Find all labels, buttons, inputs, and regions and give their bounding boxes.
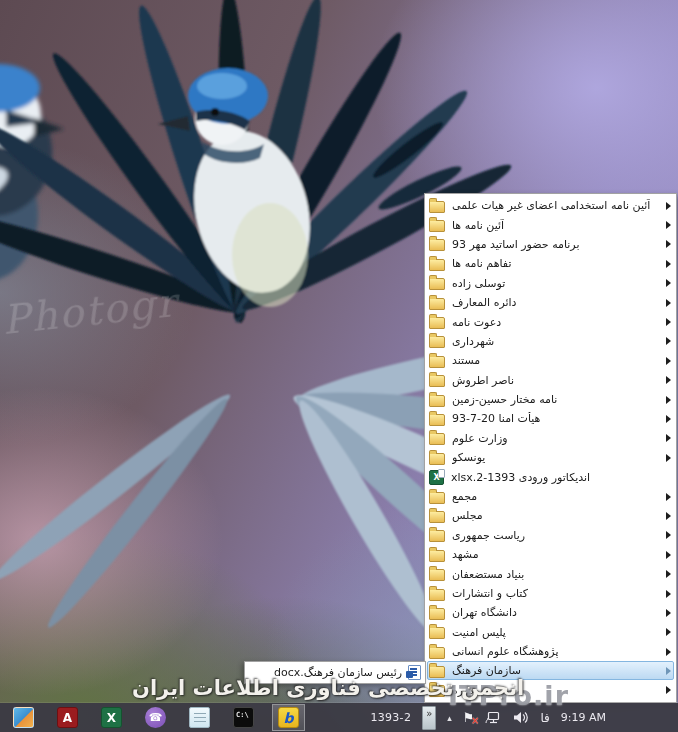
menu-item-label: آئین نامه ها <box>452 219 504 232</box>
menu-item[interactable]: برنامه حضور اساتید مهر 93 <box>425 235 676 254</box>
menu-item-label: دعوت نامه <box>452 316 501 329</box>
menu-item[interactable]: ریاست جمهوری <box>425 526 676 545</box>
flag-error-badge: × <box>471 714 479 727</box>
menu-item-label: سازمان فرهنگ <box>452 664 521 677</box>
menu-item[interactable]: سازمان فرهنگ <box>427 661 674 680</box>
volume-icon[interactable] <box>513 711 529 724</box>
menu-item[interactable]: توسلی زاده <box>425 274 676 293</box>
menu-item-label: دائره المعارف <box>452 296 517 309</box>
menu-item[interactable]: دائره المعارف <box>425 293 676 312</box>
submenu-arrow-icon <box>666 279 671 287</box>
desktop-screen: Photogr آئین نامه استخدامی اعضای غیر هیا… <box>0 0 678 732</box>
menu-item[interactable]: مستند <box>425 351 676 370</box>
menu-item[interactable]: وزارت علوم <box>425 429 676 448</box>
folder-icon <box>429 550 445 562</box>
language-indicator[interactable]: فا <box>540 711 549 725</box>
submenu-arrow-icon <box>666 357 671 365</box>
folder-icon <box>429 414 445 426</box>
submenu-item[interactable]: رئیس سازمان فرهنگ.docx <box>249 665 421 680</box>
menu-item[interactable]: پلیس امنیت <box>425 623 676 642</box>
menu-item[interactable]: تفاهم نامه ها <box>425 254 676 273</box>
active-app-b-icon: b <box>278 707 299 728</box>
folder-icon <box>429 433 445 445</box>
folder-icon <box>429 666 445 678</box>
menu-item[interactable]: Xاندیکاتور ورودی 1393-2.xlsx <box>425 467 676 486</box>
folder-icon <box>429 492 445 504</box>
taskbar-apps: AX☎C:\b <box>0 705 304 730</box>
folder-icon <box>429 298 445 310</box>
submenu-arrow-icon <box>666 434 671 442</box>
folder-icon <box>429 589 445 601</box>
menu-item-label: وزارت علوم <box>452 432 508 445</box>
taskbar-toolbar-label[interactable]: 1393-2 <box>370 711 411 724</box>
network-icon[interactable] <box>485 711 502 725</box>
notes-icon <box>189 707 210 728</box>
taskbar-clock[interactable]: 9:19 AM <box>561 711 606 724</box>
submenu-arrow-icon <box>666 318 671 326</box>
viber-icon: ☎ <box>145 707 166 728</box>
menu-item[interactable]: مجلس <box>425 506 676 525</box>
folder-icon <box>429 395 445 407</box>
acrobat-reader-icon: A <box>57 707 78 728</box>
taskbar-button-command-prompt[interactable]: C:\ <box>233 707 254 728</box>
submenu-arrow-icon <box>666 628 671 636</box>
submenu-arrow-icon <box>666 202 671 210</box>
menu-item[interactable]: مجمع <box>425 487 676 506</box>
menu-item[interactable]: هیأت امنا 20-7-93 <box>425 409 676 428</box>
menu-item[interactable]: پژوهشگاه علوم انسانی <box>425 642 676 661</box>
menu-item[interactable]: شهرداری <box>425 332 676 351</box>
menu-item-label: برنامه حضور اساتید مهر 93 <box>452 238 579 251</box>
taskbar-button-notes[interactable] <box>189 707 210 728</box>
menu-item-label: مستند <box>452 354 480 367</box>
menu-item[interactable]: بنیاد مستضعفان <box>425 564 676 583</box>
menu-item-label: شهرداری <box>452 335 494 348</box>
folder-icon <box>429 336 445 348</box>
menu-item-label: آئین نامه استخدامی اعضای غیر هیات علمی <box>452 199 650 212</box>
folder-icon <box>429 356 445 368</box>
folder-icon <box>429 511 445 523</box>
menu-item-label: دانشگاه تهران <box>452 606 517 619</box>
excel-icon: X <box>429 470 444 485</box>
action-center-flag-icon[interactable]: ⚑ × <box>463 711 475 724</box>
menu-item[interactable]: عمره <box>425 680 676 699</box>
menu-item-label: ناصر اطروش <box>452 374 514 387</box>
taskbar-button-acrobat-reader[interactable]: A <box>57 707 78 728</box>
menu-item[interactable]: دانشگاه تهران <box>425 603 676 622</box>
folder-icon <box>429 627 445 639</box>
submenu-arrow-icon <box>666 240 671 248</box>
menu-item[interactable]: کتاب و انتشارات <box>425 584 676 603</box>
menu-item[interactable]: دعوت نامه <box>425 312 676 331</box>
taskbar-button-start[interactable] <box>13 707 34 728</box>
folder-icon <box>429 259 445 271</box>
taskbar-button-viber[interactable]: ☎ <box>145 707 166 728</box>
menu-item[interactable]: آئین نامه استخدامی اعضای غیر هیات علمی <box>425 196 676 215</box>
menu-item-label: پژوهشگاه علوم انسانی <box>452 645 558 658</box>
taskbar: AX☎C:\b 1393-2 » ▴ ⚑ × <box>0 703 678 732</box>
submenu-arrow-icon <box>666 609 671 617</box>
menu-item[interactable]: نامه مختار حسین-زمین <box>425 390 676 409</box>
menu-item-label: توسلی زاده <box>452 277 505 290</box>
submenu-arrow-icon <box>666 512 671 520</box>
submenu-arrow-icon <box>666 570 671 578</box>
submenu-arrow-icon <box>666 667 671 675</box>
submenu-arrow-icon <box>666 551 671 559</box>
menu-item-label: تفاهم نامه ها <box>452 257 511 270</box>
folder-icon <box>429 685 445 697</box>
menu-item-label: پلیس امنیت <box>452 626 506 639</box>
word-doc-icon <box>408 665 421 680</box>
docx-flyout-menu: رئیس سازمان فرهنگ.docx <box>244 661 426 684</box>
menu-item[interactable]: مشهد <box>425 545 676 564</box>
folder-icon <box>429 239 445 251</box>
taskbar-button-excel[interactable]: X <box>101 707 122 728</box>
menu-item-label: هیأت امنا 20-7-93 <box>452 412 540 425</box>
submenu-item-label: رئیس سازمان فرهنگ.docx <box>274 666 402 679</box>
menu-item[interactable]: ناصر اطروش <box>425 371 676 390</box>
show-hidden-icons-button[interactable]: ▴ <box>447 713 452 723</box>
menu-item-label: مشهد <box>452 548 479 561</box>
menu-item[interactable]: یونسکو <box>425 448 676 467</box>
menu-item-label: اندیکاتور ورودی 1393-2.xlsx <box>451 471 590 484</box>
taskbar-button-active-app-b[interactable]: b <box>273 705 304 730</box>
menu-item[interactable]: آئین نامه ها <box>425 215 676 234</box>
toolbar-chevron-button[interactable]: » <box>422 706 436 730</box>
submenu-arrow-icon <box>666 454 671 462</box>
